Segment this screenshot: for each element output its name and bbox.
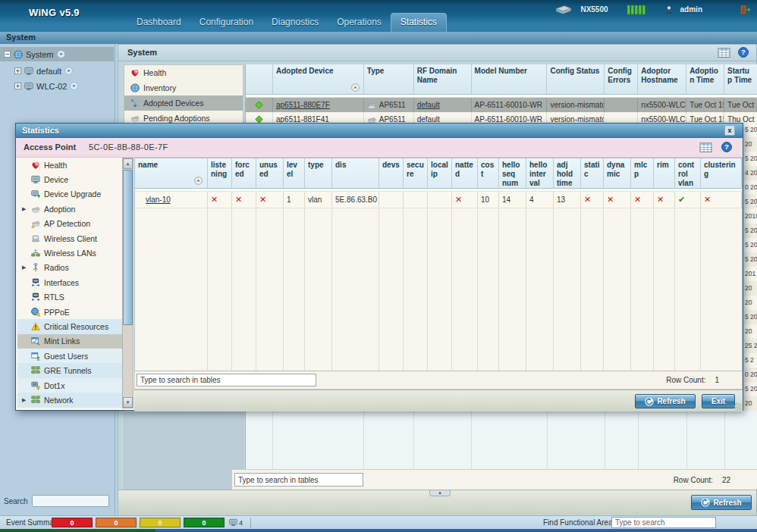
find-functional-area-input[interactable] — [611, 517, 716, 528]
help-icon[interactable]: ? — [738, 47, 749, 58]
event-badge[interactable]: 0 — [140, 518, 181, 527]
tree-node-system[interactable]: System — [0, 47, 114, 61]
nav-tab-dashboard[interactable]: Dashboard — [127, 14, 190, 32]
main-col-model-number[interactable]: Model Number — [472, 64, 548, 94]
main-col-adoptor-hostname[interactable]: Adoptor Hostname — [638, 64, 686, 94]
nav-tab-diagnostics[interactable]: Diagnostics — [262, 14, 328, 32]
expand-icon[interactable]: ▶ — [22, 397, 27, 403]
dialog-sidebar-item-interfaces[interactable]: Interfaces — [17, 275, 122, 289]
mint-link-name[interactable]: vlan-10 — [146, 196, 171, 204]
sidebar-item-health[interactable]: Health — [124, 65, 243, 80]
dialog-col-clustering[interactable]: clustering — [701, 158, 742, 188]
help-icon[interactable]: ? — [721, 142, 732, 152]
dialog-col-natte-d[interactable]: natte d — [452, 158, 478, 188]
logout-icon[interactable] — [740, 5, 751, 15]
dialog-col-dis[interactable]: dis — [332, 158, 379, 188]
close-icon[interactable]: x — [724, 125, 735, 136]
tree-search-input[interactable] — [32, 495, 109, 507]
event-badge[interactable]: 0 — [52, 518, 93, 527]
dialog-sidebar-item-radios[interactable]: ▶Radios — [17, 261, 122, 275]
main-col-adopted-device[interactable]: Adopted Device — [273, 64, 364, 94]
resize-grip-icon[interactable] — [734, 403, 742, 411]
main-refresh-button[interactable]: Refresh — [691, 495, 752, 510]
dialog-col-local-ip[interactable]: local ip — [428, 158, 452, 188]
nav-tab-configuration[interactable]: Configuration — [190, 14, 262, 32]
tree-node-default[interactable]: default — [11, 64, 114, 78]
dialog-titlebar[interactable]: Statistics x — [16, 124, 743, 138]
dialog-col-level[interactable]: level — [284, 158, 305, 188]
dialog-col-dyna-mic[interactable]: dyna mic — [604, 158, 631, 188]
dialog-sidebar-item-mint-links[interactable]: Mint Links — [17, 334, 122, 349]
main-table-search-input[interactable] — [234, 473, 363, 487]
scroll-down-icon[interactable]: ▼ — [123, 397, 133, 408]
main-col-type[interactable]: Type — [364, 64, 414, 94]
dialog-sidebar-item-gre-tunnels[interactable]: GRE Tunnels — [17, 363, 122, 377]
caret-icon[interactable] — [64, 67, 73, 75]
expand-icon[interactable]: ▶ — [22, 206, 27, 212]
dialog-col-stati-c[interactable]: stati c — [581, 158, 604, 188]
event-badge[interactable]: 0 — [96, 518, 137, 527]
sidebar-item-inventory[interactable]: Inventory — [124, 80, 243, 95]
dialog-sidebar-item-health[interactable]: Health — [17, 158, 122, 172]
dialog-sidebar-item-network[interactable]: ▶Network — [17, 393, 122, 407]
dialog-col-hello-inter-val[interactable]: hello inter val — [526, 158, 554, 188]
dialog-col-cont-rol-vlan[interactable]: cont rol vlan — [675, 158, 701, 188]
dialog-col-devs[interactable]: devs — [379, 158, 404, 188]
dialog-exit-button[interactable]: Exit — [702, 394, 735, 408]
nav-tab-statistics[interactable]: Statistics — [391, 13, 447, 32]
minus-box-icon[interactable] — [4, 51, 11, 58]
dialog-col-hello-seq-num[interactable]: hello seq num — [499, 158, 526, 188]
caret-icon[interactable] — [57, 50, 65, 58]
dialog-sidebar-item-dot1x[interactable]: Dot1x — [17, 378, 122, 393]
main-col-status[interactable] — [246, 64, 273, 94]
device-link[interactable]: ap6511-880E7F — [276, 101, 330, 109]
dialog-sidebar-item-rtls[interactable]: RTLS — [17, 290, 122, 305]
caret-icon[interactable] — [70, 82, 78, 90]
table-view-icon[interactable] — [699, 142, 712, 152]
dialog-col-secu-re[interactable]: secu re — [404, 158, 428, 188]
collapse-handle[interactable]: ▲ — [429, 490, 451, 496]
sort-icon[interactable] — [194, 177, 203, 185]
plus-box-icon[interactable] — [14, 67, 21, 74]
main-col-startup-time[interactable]: Startup Time — [724, 64, 757, 94]
dialog-col-adj-hold-time[interactable]: adj hold time — [554, 158, 581, 188]
dialog-col-cost[interactable]: cost — [478, 158, 499, 188]
dialog-refresh-button[interactable]: Refresh — [635, 394, 696, 408]
sort-icon[interactable] — [351, 83, 360, 92]
table-view-icon[interactable] — [718, 48, 730, 58]
dialog-sidebar-scrollbar[interactable]: ▲ ▼ — [122, 158, 133, 408]
dialog-col-mlcp[interactable]: mlcp — [631, 158, 654, 188]
dialog-col-liste-ning[interactable]: liste ning — [208, 158, 232, 188]
dialog-sidebar-item-adoption[interactable]: ▶Adoption — [17, 202, 122, 216]
main-col-rf-domain-name[interactable]: RF Domain Name — [414, 64, 472, 94]
dialog-col-name[interactable]: name — [135, 158, 208, 188]
dialog-col-type[interactable]: type — [305, 158, 332, 188]
dialog-sidebar-item-wireless-client[interactable]: Wireless Client — [17, 231, 122, 246]
dialog-sidebar-item-guest-users[interactable]: Guest Users — [17, 349, 122, 363]
scroll-up-icon[interactable]: ▲ — [123, 158, 133, 169]
table-row[interactable]: ap6511-880E7FAP6511defaultAP-6511-60010-… — [246, 98, 757, 112]
tree-node-wlc-02[interactable]: WLC-02 — [11, 79, 114, 93]
event-monitor[interactable]: 4 — [229, 518, 243, 527]
rf-domain-link[interactable]: default — [417, 101, 440, 109]
dialog-col-forc-ed[interactable]: forc ed — [232, 158, 256, 188]
dialog-col-unus-ed[interactable]: unus ed — [256, 158, 284, 188]
dialog-sidebar-item-ap-detection[interactable]: AP Detection — [17, 217, 122, 231]
plus-box-icon[interactable] — [14, 83, 21, 89]
dialog-sidebar-item-device[interactable]: Device — [17, 172, 122, 186]
dialog-sidebar-item-device-upgrade[interactable]: Device Upgrade — [17, 187, 122, 202]
sidebar-item-adopted-devices[interactable]: Adopted Devices — [124, 95, 243, 111]
main-col-config-errors[interactable]: Config Errors — [605, 64, 638, 94]
scrollbar-thumb[interactable] — [123, 170, 133, 325]
dialog-sidebar-item-critical-resources[interactable]: Critical Resources — [17, 319, 122, 333]
nav-tab-operations[interactable]: Operations — [328, 14, 391, 32]
expand-icon[interactable]: ▶ — [22, 264, 27, 271]
event-badge[interactable]: 0 — [184, 518, 225, 527]
dialog-sidebar-item-wireless-lans[interactable]: Wireless LANs — [17, 246, 122, 260]
dialog-sidebar-item-pppoe[interactable]: PPPoE — [17, 305, 122, 319]
table-row[interactable]: vlan-10✕✕✕1vlan5E.86.63.B0✕1014413✕✕✕✕✔✕ — [135, 192, 742, 208]
dialog-col-rim[interactable]: rim — [654, 158, 675, 188]
main-col-adoption-time[interactable]: Adoption Time — [686, 64, 724, 94]
dialog-table-search-input[interactable] — [137, 374, 316, 386]
main-col-config-status[interactable]: Config Status — [547, 64, 605, 94]
